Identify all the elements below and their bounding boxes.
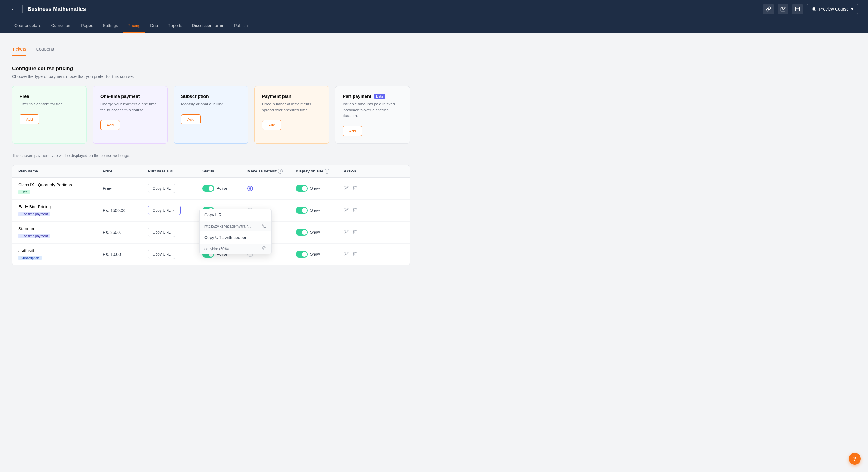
row1-delete-icon[interactable]: [352, 186, 357, 191]
row4-show-toggle[interactable]: [296, 251, 308, 258]
card-plan-desc: Fixed number of instalments spread over …: [262, 101, 321, 113]
row2-copy-url-label: Copy URL: [153, 208, 170, 212]
tab-coupons[interactable]: Coupons: [36, 43, 54, 56]
nav-item-reports[interactable]: Reports: [163, 19, 187, 33]
tab-tickets[interactable]: Tickets: [12, 43, 26, 56]
link-icon-button[interactable]: [763, 4, 774, 14]
row1-status-toggle[interactable]: [202, 185, 214, 192]
row4-actions: [344, 251, 374, 257]
chevron-up-icon: [173, 209, 176, 212]
row2-actions: [344, 207, 374, 213]
row3-display-on-site: Show: [296, 229, 344, 236]
col-display-on-site: Display on site i: [296, 169, 344, 174]
layout-icon-button[interactable]: [792, 4, 803, 14]
row2-edit-icon[interactable]: [344, 207, 349, 213]
table-header: Plan name Price Purchase URL Status Make…: [12, 165, 410, 178]
add-otp-button[interactable]: Add: [100, 120, 120, 130]
col-purchase-url: Purchase URL: [148, 169, 202, 174]
row4-copy-url-button[interactable]: Copy URL: [148, 249, 175, 259]
pricing-table: Plan name Price Purchase URL Status Make…: [12, 165, 410, 266]
row4-edit-icon[interactable]: [344, 251, 349, 257]
edit-icon-button[interactable]: [778, 4, 788, 14]
dropdown-url-text: https://zylker-academy.train...: [204, 224, 251, 229]
add-part-button[interactable]: Add: [343, 126, 362, 136]
col-make-default: Make as default i: [247, 169, 296, 174]
back-button[interactable]: ←: [10, 5, 18, 13]
nav-item-discussion-forum[interactable]: Discussion forum: [187, 19, 229, 33]
row2-tag: One time payment: [19, 212, 50, 216]
card-sub-desc: Monthly or annual billing.: [181, 101, 241, 107]
add-sub-button[interactable]: Add: [181, 114, 201, 124]
table-row: Early Bird Pricing One time payment Rs. …: [12, 200, 410, 222]
col-action: Action: [344, 169, 374, 174]
row3-show-toggle[interactable]: [296, 229, 308, 236]
back-icon: ←: [11, 6, 16, 12]
row2-url-cell: Copy URL Copy URL https://zylker-academy…: [148, 206, 202, 215]
col-status: Status: [202, 169, 247, 174]
course-title: Business Mathematics: [27, 6, 758, 12]
svg-point-1: [813, 8, 815, 10]
row1-copy-url-button[interactable]: Copy URL: [148, 183, 175, 193]
preview-course-button[interactable]: Preview Course ▾: [807, 4, 858, 14]
nav-item-drip[interactable]: Drip: [145, 19, 163, 33]
row1-actions: [344, 186, 374, 191]
table-row: Class IX - Quarterly Portions Free Free …: [12, 178, 410, 200]
copy-coupon-icon[interactable]: [262, 246, 267, 251]
card-part-desc: Variable amounts paid in fixed instalmen…: [343, 101, 402, 119]
row2-price: Rs. 1500.00: [103, 208, 148, 213]
row1-edit-icon[interactable]: [344, 186, 349, 191]
row4-delete-icon[interactable]: [352, 251, 357, 257]
pricing-tabs: Tickets Coupons: [12, 43, 410, 56]
row3-url-cell: Copy URL: [148, 228, 202, 237]
add-free-button[interactable]: Add: [20, 114, 39, 124]
row4-display-on-site: Show: [296, 251, 344, 258]
preview-label: Preview Course: [819, 7, 849, 11]
row1-radio[interactable]: [247, 186, 253, 191]
row4-url-cell: Copy URL: [148, 249, 202, 259]
nav-item-pricing[interactable]: Pricing: [123, 19, 145, 33]
dropdown-url-row: https://zylker-academy.train...: [199, 221, 271, 232]
add-plan-button[interactable]: Add: [262, 120, 281, 130]
nav-item-settings[interactable]: Settings: [98, 19, 123, 33]
info-text: This chosen payment type will be display…: [12, 153, 410, 158]
card-sub-title: Subscription: [181, 94, 241, 99]
card-part: Part payment Beta Variable amounts paid …: [335, 86, 410, 144]
nav-item-curriculum[interactable]: Curriculum: [46, 19, 76, 33]
dropdown-copy-url[interactable]: Copy URL: [199, 209, 271, 221]
link-icon: [766, 6, 771, 12]
col-plan-name: Plan name: [19, 169, 103, 174]
row3-edit-icon[interactable]: [344, 229, 349, 235]
dropdown-coupon-text: earlybird (50%): [204, 247, 229, 251]
row2-show-toggle[interactable]: [296, 207, 308, 214]
preview-arrow: ▾: [851, 7, 853, 11]
nav-item-publish[interactable]: Publish: [229, 19, 253, 33]
payment-cards: Free Offer this content for free. Add On…: [12, 86, 410, 144]
make-default-info-icon: i: [278, 169, 283, 174]
row3-plan-name: Standard One time payment: [19, 226, 103, 238]
card-otp: One-time payment Charge your learners a …: [93, 86, 167, 144]
card-sub: Subscription Monthly or annual billing. …: [174, 86, 248, 144]
svg-rect-2: [264, 225, 266, 228]
card-free-desc: Offer this content for free.: [20, 101, 79, 107]
row3-delete-icon[interactable]: [352, 229, 357, 235]
layout-icon: [795, 6, 800, 12]
nav-item-course-details[interactable]: Course details: [10, 19, 46, 33]
configure-title: Configure course pricing: [12, 66, 410, 72]
dropdown-copy-with-coupon[interactable]: Copy URL with coupon: [199, 232, 271, 243]
svg-rect-0: [795, 7, 800, 11]
row4-plan-name: asdfasdf Subscription: [19, 248, 103, 260]
row2-display-on-site: Show: [296, 207, 344, 214]
row4-copy-url-label: Copy URL: [153, 252, 170, 257]
copy-url-icon[interactable]: [262, 224, 267, 229]
beta-badge: Beta: [374, 94, 385, 99]
row4-price: Rs. 10.00: [103, 252, 148, 257]
row3-copy-url-button[interactable]: Copy URL: [148, 228, 175, 237]
nav-item-pages[interactable]: Pages: [76, 19, 98, 33]
row3-tag: One time payment: [19, 234, 50, 238]
row2-copy-url-button[interactable]: Copy URL: [148, 206, 181, 215]
row1-show-toggle[interactable]: [296, 185, 308, 192]
row2-delete-icon[interactable]: [352, 207, 357, 213]
eye-icon: [812, 7, 816, 11]
copy-url-dropdown: Copy URL https://zylker-academy.train...…: [199, 209, 272, 255]
header-divider: [22, 5, 23, 13]
